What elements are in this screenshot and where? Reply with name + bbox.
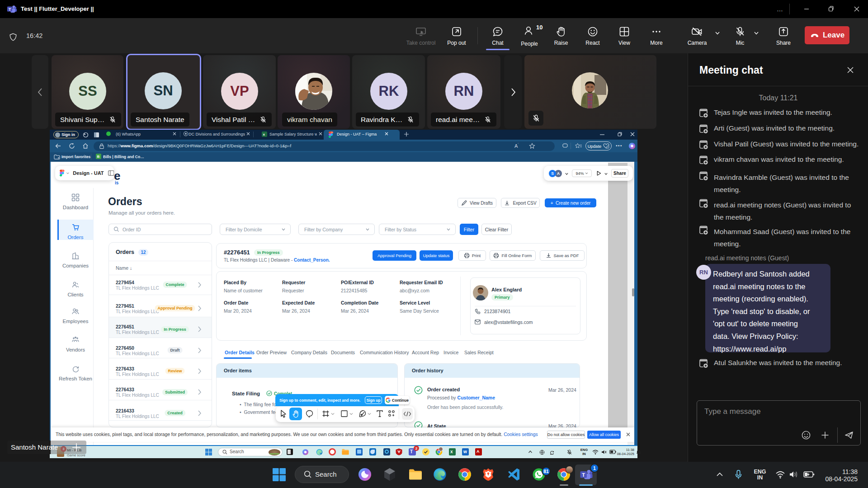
svg-text:T: T: [582, 472, 585, 478]
svg-text:T: T: [9, 7, 11, 12]
svg-text:!: !: [608, 146, 608, 149]
